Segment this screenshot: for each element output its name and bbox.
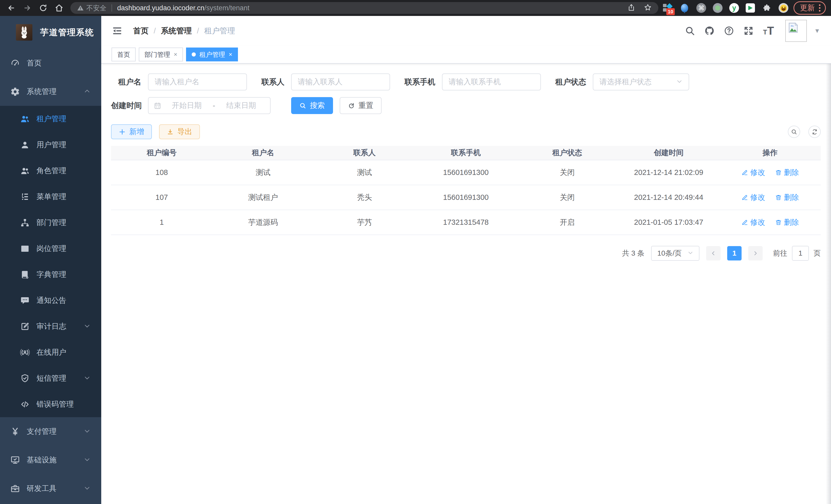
tab-close-icon[interactable]: × [174,51,177,58]
search-button[interactable]: 搜索 [291,97,333,114]
tab-2[interactable]: 租户管理× [186,48,238,61]
sidebar-item-15[interactable]: 基础设施 [0,446,101,474]
column-header-0: 租户编号 [111,148,212,158]
font-size-icon[interactable]: TT [763,26,774,35]
profile-avatar-icon[interactable] [779,3,789,13]
sidebar-item-label: 系统管理 [27,87,57,97]
user-avatar[interactable] [785,20,807,42]
search-icon [299,102,306,109]
roles-icon [20,166,30,176]
sidebar-item-12[interactable]: 短信管理 [0,365,101,391]
tab-close-icon[interactable]: × [229,51,232,58]
sidebar-item-0[interactable]: 首页 [0,49,101,77]
cell-id: 108 [111,168,212,177]
chat-extension-icon[interactable] [746,3,755,12]
tenant-status-select[interactable]: 请选择租户状态 [593,73,689,90]
tenant-name-input[interactable]: 请输入租户名 [148,73,247,90]
search-icon [791,129,797,135]
create-time-range-picker[interactable]: 开始日期 - 结束日期 [148,97,270,114]
sidebar-item-1[interactable]: 系统管理 [0,77,101,106]
toggle-search-button[interactable] [788,126,800,138]
avatar-dropdown-caret-icon[interactable]: ▼ [814,27,820,34]
sidebar-item-label: 岗位管理 [36,243,66,254]
not-secure-warning-icon[interactable] [77,5,84,11]
sidebar-item-8[interactable]: 字典管理 [0,262,101,288]
next-page-button[interactable] [748,246,763,261]
sidebar-item-10[interactable]: 审计日志 [0,314,101,339]
sidebar-item-4[interactable]: 角色管理 [0,158,101,184]
breadcrumb-item-0[interactable]: 首页 [133,26,148,36]
header-search-icon[interactable] [685,26,695,36]
tags-view-bar: 首页部门管理×租户管理× [101,46,831,64]
security-label[interactable]: 不安全 [86,4,106,12]
app-logo-row[interactable]: 芋道管理系统 [0,16,101,49]
table-row-0: 108测试测试15601691300关闭2021-12-14 21:02:09修… [111,160,821,185]
mobile-label: 联系手机 [404,77,435,87]
extensions-puzzle-icon[interactable] [762,3,772,13]
refresh-table-button[interactable] [808,126,821,138]
trash-icon [775,169,782,176]
home-icon[interactable] [53,2,65,14]
cell-contact: 秃头 [314,192,415,203]
contact-input[interactable]: 请输入联系人 [291,73,390,90]
sidebar-item-16[interactable]: 研发工具 [0,474,101,503]
back-icon[interactable] [5,2,18,14]
add-button[interactable]: 新增 [111,124,152,139]
reload-icon[interactable] [37,2,49,14]
reset-button[interactable]: 重置 [340,97,381,114]
url-text[interactable]: dashboard.yudao.iocoder.cn/system/tenant [117,4,250,12]
sms-shield-icon [20,373,30,384]
breadcrumb-item-1[interactable]: 系统管理 [161,26,192,36]
browser-menu-icon[interactable] [819,4,821,11]
share-icon[interactable] [628,4,635,12]
sidebar-item-13[interactable]: 错误码管理 [0,391,101,417]
address-bar[interactable]: 不安全 dashboard.yudao.iocoder.cn/system/te… [70,2,658,14]
sidebar-item-5[interactable]: 菜单管理 [0,184,101,210]
sidebar-item-label: 首页 [27,58,41,68]
sidebar-item-11[interactable]: 在线用户 [0,339,101,365]
page-number-1[interactable]: 1 [727,246,742,261]
sidebar-item-label: 角色管理 [36,166,66,176]
goto-page-input[interactable]: 1 [792,246,809,261]
recorder-extension-icon[interactable] [713,3,722,13]
cell-created: 2021-12-14 21:02:09 [618,168,719,177]
github-icon[interactable] [704,26,715,36]
command-extension-icon[interactable]: ⌘ [696,3,706,13]
sidebar-item-9[interactable]: 通知公告 [0,288,101,314]
tab-label: 租户管理 [199,50,225,59]
sidebar-item-3[interactable]: 用户管理 [0,132,101,158]
browser-update-button[interactable]: 更新 [794,1,826,14]
edit-link[interactable]: 修改 [741,217,765,228]
edit-link[interactable]: 修改 [741,192,765,203]
extension-badge-icon[interactable]: 10 [662,3,673,13]
tab-0[interactable]: 首页 [112,48,136,61]
yudao-extension-icon[interactable]: y [729,3,739,13]
delete-link[interactable]: 删除 [775,217,799,228]
tab-1[interactable]: 部门管理× [139,48,183,61]
forward-icon[interactable] [21,2,33,14]
mobile-input[interactable]: 请输入联系手机 [442,73,541,90]
bookmark-star-icon[interactable] [644,4,652,12]
menu-tree-icon [20,191,30,202]
export-button[interactable]: 导出 [159,124,200,139]
cell-id: 1 [111,218,212,227]
delete-link[interactable]: 删除 [775,168,799,178]
sidebar-item-6[interactable]: 部门管理 [0,210,101,236]
edit-link[interactable]: 修改 [741,168,765,178]
column-header-4: 租户状态 [516,148,618,158]
sidebar-item-2[interactable]: 租户管理 [0,106,101,132]
balloon-extension-icon[interactable] [679,3,690,13]
edit-icon [741,219,748,226]
refresh-icon [811,129,818,135]
prev-page-button[interactable] [706,246,720,261]
sidebar-item-7[interactable]: 岗位管理 [0,236,101,262]
fullscreen-icon[interactable] [743,26,754,36]
help-icon[interactable] [724,26,734,36]
active-tab-dot [192,52,196,57]
sidebar-collapse-icon[interactable] [112,25,123,36]
delete-link[interactable]: 删除 [775,192,799,203]
sidebar-item-14[interactable]: 支付管理 [0,417,101,446]
page-size-select[interactable]: 10条/页 [651,246,699,261]
top-navbar: 首页/系统管理/租户管理 TT ▼ [101,16,831,46]
goto-label: 前往 [773,248,787,258]
